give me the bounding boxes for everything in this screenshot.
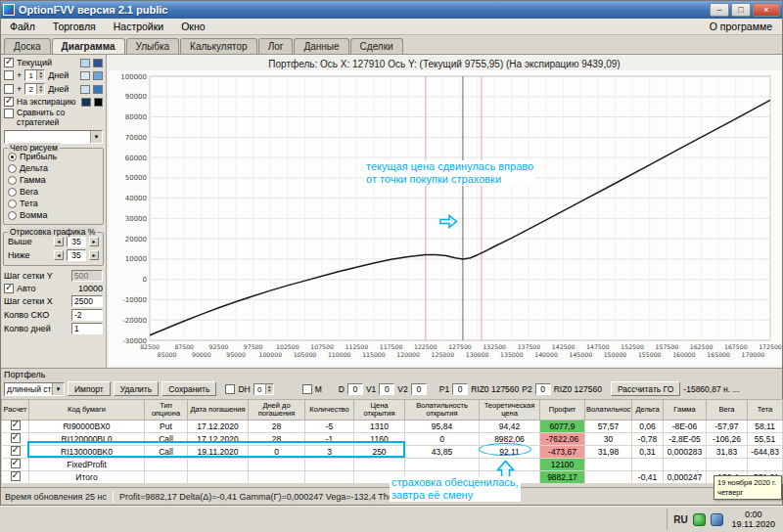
- tab-smile[interactable]: Улыбка: [126, 38, 180, 54]
- delete-button[interactable]: Удалить: [114, 381, 159, 396]
- svg-text:30000: 30000: [125, 215, 147, 223]
- radio-vomma[interactable]: Вомма: [7, 209, 100, 221]
- column-header[interactable]: Расчет: [2, 400, 29, 421]
- v1-input[interactable]: 0: [379, 383, 394, 395]
- tray-app-icon[interactable]: [693, 513, 706, 526]
- days-count-input[interactable]: 1: [71, 323, 103, 334]
- color-swatch[interactable]: [93, 85, 103, 94]
- sko-input[interactable]: -2: [71, 309, 103, 321]
- row-calc-checkbox[interactable]: ✓: [11, 446, 21, 456]
- column-header[interactable]: Тета: [748, 400, 783, 421]
- radio-vega[interactable]: Вега: [7, 186, 100, 198]
- days1-stepper[interactable]: 1▲▼: [24, 69, 45, 81]
- tray-clock[interactable]: 0:00 19.11.2020: [728, 510, 779, 529]
- tab-diagram[interactable]: Диаграмма: [52, 38, 125, 55]
- import-button[interactable]: Импорт: [68, 381, 111, 396]
- menu-trading[interactable]: Торговля: [44, 20, 105, 33]
- system-tray: RU 0:00 19.11.2020: [667, 509, 779, 530]
- row-calc-checkbox[interactable]: ✓: [11, 421, 21, 430]
- menu-file[interactable]: Файл: [1, 20, 44, 33]
- radio-gamma[interactable]: Гамма: [7, 174, 100, 186]
- tab-calculator[interactable]: Калькулятор: [180, 38, 257, 54]
- above-increase-button[interactable]: ►: [89, 237, 99, 246]
- tab-deals[interactable]: Сделки: [350, 38, 403, 54]
- portfolio-preset-select[interactable]: длинный стре... ▼: [4, 382, 65, 396]
- maximize-button[interactable]: □: [731, 3, 751, 17]
- cell-calc: ✓: [2, 471, 29, 484]
- column-header[interactable]: Волатильность открытия: [405, 400, 480, 421]
- dh-checkbox[interactable]: [225, 384, 235, 394]
- render-range-title: Отрисовка графика %: [8, 227, 97, 237]
- color-swatch[interactable]: [80, 71, 90, 80]
- svg-text:20000: 20000: [125, 236, 147, 244]
- color-swatch[interactable]: [81, 98, 90, 107]
- cell: 57,57: [585, 421, 632, 433]
- minimize-button[interactable]: –: [710, 3, 729, 17]
- grid-x-input[interactable]: 2500: [71, 295, 103, 307]
- radio-theta[interactable]: Тета: [7, 198, 100, 209]
- color-swatch[interactable]: [93, 71, 103, 80]
- column-header[interactable]: Волатильность: [585, 400, 632, 421]
- svg-text:160000: 160000: [672, 351, 696, 358]
- days2-stepper[interactable]: 2▲▼: [24, 83, 45, 95]
- column-header[interactable]: Вега: [707, 400, 748, 421]
- current-checkbox[interactable]: ✓: [4, 58, 14, 67]
- row-calc-checkbox[interactable]: ✓: [11, 459, 21, 468]
- above-value[interactable]: 35: [67, 236, 86, 247]
- d-input[interactable]: 0: [347, 383, 363, 395]
- color-swatch[interactable]: [93, 59, 103, 67]
- tray-time: 0:00: [732, 510, 775, 519]
- color-swatch[interactable]: [94, 98, 103, 107]
- column-header[interactable]: Дельта: [632, 400, 664, 421]
- column-header[interactable]: Тип опциона: [145, 400, 188, 421]
- language-indicator[interactable]: RU: [673, 514, 687, 525]
- close-button[interactable]: ×: [753, 3, 780, 17]
- tray-chart-icon[interactable]: [711, 513, 723, 526]
- column-header[interactable]: Количество: [305, 400, 354, 421]
- plus2-checkbox[interactable]: [4, 84, 14, 94]
- auto-checkbox[interactable]: ✓: [4, 284, 14, 293]
- m-checkbox[interactable]: [302, 384, 312, 394]
- column-header[interactable]: Профит: [540, 400, 585, 421]
- above-decrease-button[interactable]: ◄: [54, 237, 64, 246]
- p1-input[interactable]: 0: [452, 383, 468, 395]
- expiration-checkbox[interactable]: ✓: [4, 97, 14, 107]
- below-value[interactable]: 35: [67, 249, 86, 261]
- arrow-right-icon: [439, 214, 458, 229]
- column-header[interactable]: Цена открытия: [354, 400, 405, 421]
- cell: 0: [405, 433, 480, 446]
- below-decrease-button[interactable]: ◄: [54, 250, 64, 260]
- tab-board[interactable]: Доска: [4, 38, 51, 54]
- tab-data[interactable]: Данные: [294, 38, 348, 54]
- cell: [145, 459, 188, 471]
- row-calc-checkbox[interactable]: ✓: [11, 471, 21, 481]
- p2-input[interactable]: 0: [535, 383, 551, 395]
- save-button[interactable]: Сохранить: [161, 381, 216, 396]
- row-calc-checkbox[interactable]: ✓: [11, 433, 21, 443]
- table-row[interactable]: ✓RI90000BX0Put17.12.202028-5131095,8494,…: [2, 421, 783, 433]
- grid-y-input: 500: [71, 270, 103, 282]
- date-tooltip: 19 ноября 2020 г. четверг: [714, 475, 782, 500]
- v2-input[interactable]: 0: [411, 383, 427, 395]
- plus1-checkbox[interactable]: [4, 70, 14, 80]
- strategy-select[interactable]: ▼: [4, 130, 103, 144]
- radio-delta[interactable]: Дельта: [7, 162, 100, 174]
- column-header[interactable]: Гамма: [664, 400, 707, 421]
- menu-about[interactable]: О программе: [701, 20, 782, 33]
- table-header-row: РасчетКод бумагиТип опционаДата погашени…: [2, 400, 783, 421]
- menu-window[interactable]: Окно: [172, 20, 213, 33]
- column-header[interactable]: Код бумаги: [29, 400, 145, 421]
- below-increase-button[interactable]: ►: [89, 250, 99, 260]
- color-swatch[interactable]: [80, 85, 90, 94]
- tab-log[interactable]: Лог: [258, 38, 294, 54]
- column-header[interactable]: Теоретическая цена: [480, 400, 540, 421]
- column-header[interactable]: Дата погашения: [188, 400, 249, 421]
- compare-checkbox[interactable]: [4, 109, 14, 118]
- dh-stepper[interactable]: 0▲▼: [253, 383, 274, 395]
- table-row[interactable]: ✓FixedProfit12100: [2, 459, 783, 471]
- chart-area: Портфель: Ось X: 127910 Ось Y: (Текущий …: [107, 55, 782, 368]
- calc-go-button[interactable]: Рассчитать ГО: [611, 381, 680, 396]
- menu-settings[interactable]: Настройки: [105, 20, 173, 33]
- color-swatch[interactable]: [80, 59, 90, 67]
- column-header[interactable]: Дней до погашения: [249, 400, 305, 421]
